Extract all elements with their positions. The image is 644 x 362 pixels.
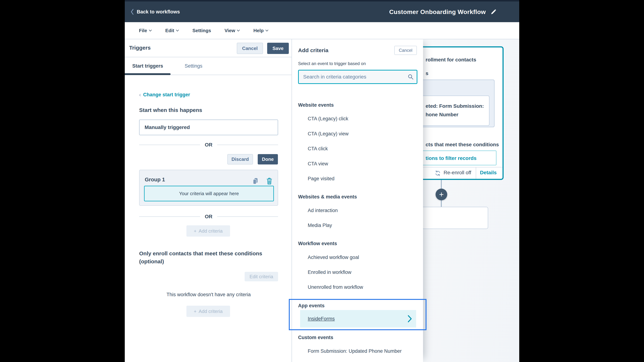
edit-criteria-button[interactable]: Edit criteria — [244, 272, 278, 281]
criteria-item-achieved-workflow-goal[interactable]: Achieved workflow goal — [308, 254, 359, 260]
active-tab-indicator — [125, 73, 170, 75]
criteria-item-form-submission-updated-phone[interactable]: Form Submission: Updated Phone Number — [308, 348, 402, 354]
panel-title: Add criteria — [298, 47, 328, 53]
back-chevron-icon — [130, 8, 134, 15]
search-input[interactable] — [298, 70, 418, 84]
menu-view[interactable]: View — [224, 28, 240, 33]
criteria-item-ad-interaction[interactable]: Ad interaction — [308, 207, 338, 214]
start-when-heading: Start when this happens — [139, 107, 202, 113]
menu-bar: File Edit Settings View Help — [125, 22, 519, 39]
panel-subtitle: Select an event to trigger based on — [298, 61, 366, 66]
triggers-panel: Triggers Cancel Save Start triggers Sett… — [125, 39, 292, 362]
edit-title-pencil-icon[interactable] — [490, 8, 497, 15]
next-action-card[interactable] — [418, 207, 488, 229]
text-fragment: s — [426, 70, 428, 76]
criteria-item-media-play[interactable]: Media Play — [308, 222, 332, 228]
triggers-panel-header: Triggers Cancel Save — [125, 39, 292, 57]
criteria-placeholder-box[interactable]: Your criteria will appear here — [144, 186, 274, 201]
or-divider: OR — [139, 142, 278, 148]
save-button[interactable]: Save — [267, 43, 289, 54]
panel-title: Triggers — [129, 45, 150, 51]
menu-help[interactable]: Help — [253, 28, 268, 33]
details-link[interactable]: Details — [480, 170, 497, 176]
tab-start-triggers[interactable]: Start triggers — [125, 57, 170, 75]
re-enroll-refresh-icon — [434, 170, 441, 176]
section-workflow-events: Workflow events — [298, 240, 337, 247]
delete-group-icon[interactable] — [266, 177, 272, 185]
add-criteria-panel: Add criteria Cancel Select an event to t… — [292, 39, 423, 362]
manual-trigger-card[interactable]: Manually triggered — [139, 120, 278, 135]
section-custom-events: Custom events — [298, 334, 333, 341]
cancel-button[interactable]: Cancel — [237, 43, 263, 54]
back-label: Back to workflows — [137, 9, 180, 15]
search-icon — [408, 74, 414, 80]
no-criteria-message: This workflow doesn't have any criteria — [139, 292, 278, 298]
menu-file[interactable]: File — [139, 28, 152, 33]
discard-button[interactable]: Discard — [227, 154, 253, 164]
section-website-events: Website events — [298, 102, 334, 108]
screen: Back to workflows Customer Onboarding Wo… — [0, 0, 644, 362]
criteria-search — [298, 70, 418, 84]
add-criteria-button[interactable]: + Add criteria — [186, 306, 230, 317]
group-title: Group 1 — [145, 177, 165, 183]
event-summary-box — [414, 96, 490, 126]
duplicate-group-icon[interactable] — [252, 177, 258, 185]
chevron-down-icon — [265, 29, 268, 32]
change-start-trigger-link[interactable]: ‹ Change start trigger — [139, 92, 190, 98]
criteria-item-cta-click[interactable]: CTA click — [308, 146, 328, 152]
triggers-tabs: Start triggers Settings — [125, 57, 292, 75]
menu-edit[interactable]: Edit — [165, 28, 179, 33]
conditions-heading: Only enroll contacts that meet these con… — [139, 250, 268, 266]
or-divider: OR — [139, 213, 278, 220]
section-websites-media-events: Websites & media events — [298, 194, 357, 200]
menu-settings[interactable]: Settings — [192, 28, 211, 33]
done-button[interactable]: Done — [258, 154, 278, 164]
tab-settings[interactable]: Settings — [170, 57, 216, 75]
re-enroll-status[interactable]: Re-enroll off — [444, 170, 471, 176]
conditions-fragment: cts that meet these conditions — [426, 142, 499, 148]
workflow-title-area: Customer Onboarding Workflow — [389, 8, 512, 15]
page-title: Customer Onboarding Workflow — [389, 8, 486, 15]
chevron-down-icon — [176, 29, 179, 32]
plus-icon: + — [194, 309, 196, 314]
event-line-1: eted: Form Submission: — [426, 103, 484, 109]
criteria-item-cta-legacy-click[interactable]: CTA (Legacy) click — [308, 116, 348, 122]
chevron-down-icon — [149, 29, 152, 32]
chevron-right-icon — [408, 315, 412, 323]
add-criteria-button[interactable]: + Add criteria — [186, 225, 230, 237]
plus-icon: + — [194, 228, 196, 234]
section-app-events: App events — [298, 303, 325, 309]
criteria-item-page-visited[interactable]: Page visited — [308, 176, 334, 182]
workflow-editor-window: Back to workflows Customer Onboarding Wo… — [125, 0, 519, 362]
add-action-button[interactable]: + — [436, 189, 447, 200]
criteria-item-unenrolled-from-workflow[interactable]: Unenrolled from workflow — [308, 284, 363, 290]
filter-records-link[interactable]: tions to filter records — [426, 155, 476, 161]
chevron-down-icon — [237, 29, 240, 32]
criteria-group-card: Group 1 Your criteria will appear here — [139, 170, 278, 206]
criteria-item-cta-view[interactable]: CTA view — [308, 161, 328, 167]
criteria-item-cta-legacy-view[interactable]: CTA (Legacy) view — [308, 131, 349, 137]
event-line-2: hone Number — [426, 112, 458, 118]
chevron-left-icon: ‹ — [139, 92, 141, 98]
criteria-item-enrolled-in-workflow[interactable]: Enrolled in workflow — [308, 269, 351, 275]
enrollment-heading-fragment: rollment for contacts — [426, 57, 476, 63]
back-to-workflows-link[interactable]: Back to workflows — [130, 8, 180, 15]
cancel-button[interactable]: Cancel — [394, 46, 417, 55]
criteria-item-insideforms[interactable]: InsideForms — [300, 310, 416, 328]
top-navbar: Back to workflows Customer Onboarding Wo… — [125, 0, 519, 22]
card-footer-vertical-divider — [476, 167, 476, 179]
